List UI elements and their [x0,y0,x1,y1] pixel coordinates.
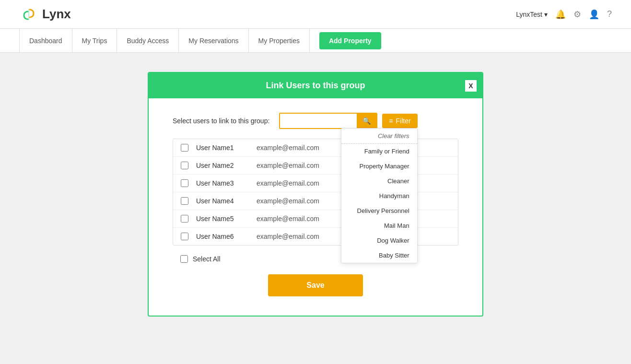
user-name-dropdown[interactable]: LynxTest ▾ [516,11,548,18]
add-property-button[interactable]: Add Property [319,32,381,49]
user-name-cell-5: User Name5 [196,215,249,223]
filter-item-mail-man[interactable]: Mail Man [341,218,417,233]
user-name-cell-3: User Name3 [196,179,249,187]
filter-clear-item[interactable]: Clear filters [341,129,417,144]
filter-button[interactable]: ≡ Filter [382,114,417,128]
user-name-cell-2: User Name2 [196,162,249,169]
user-name-cell-1: User Name1 [196,144,249,152]
user-name-cell-4: User Name4 [196,197,249,205]
nav-item-my-properties[interactable]: My Properties [249,29,310,53]
header: Lynx LynxTest ▾ 🔔 ⚙ 👤 ? [0,0,631,29]
nav-item-my-reservations[interactable]: My Reservations [179,29,248,53]
filter-icon: ≡ [389,117,393,125]
filter-dropdown: Clear filters Family or Friend Property … [341,128,418,263]
filter-label: Filter [396,117,411,125]
user-email-4: example@email.com [257,197,333,205]
modal-close-button[interactable]: X [465,80,477,92]
nav-item-buddy-access[interactable]: Buddy Access [117,29,179,53]
search-label: Select users to link to this group: [173,117,269,125]
filter-dropdown-wrap: ≡ Filter Clear filters Family or Friend … [382,114,417,128]
user-email-3: example@email.com [257,179,333,187]
select-all-checkbox[interactable] [180,255,188,263]
help-icon[interactable]: ? [607,9,612,19]
profile-icon[interactable]: 👤 [589,9,599,20]
nav-item-dashboard[interactable]: Dashboard [19,29,72,53]
filter-item-family-friend[interactable]: Family or Friend [341,144,417,159]
user-checkbox-5[interactable] [181,215,188,223]
select-all-label: Select All [193,255,221,263]
settings-icon[interactable]: ⚙ [573,9,581,20]
user-name-cell-6: User Name6 [196,233,249,240]
search-input-wrap: 🔍 [279,113,377,129]
header-right: LynxTest ▾ 🔔 ⚙ 👤 ? [516,9,612,20]
user-email-2: example@email.com [257,162,333,169]
save-button[interactable]: Save [268,274,362,296]
filter-item-cleaner[interactable]: Cleaner [341,174,417,188]
link-users-modal: Link Users to this group X Select users … [148,72,483,317]
filter-item-property-manager[interactable]: Property Manager [341,159,417,174]
user-checkbox-6[interactable] [181,233,188,240]
app-logo-text: Lynx [42,7,71,22]
user-checkbox-4[interactable] [181,197,188,205]
user-email-6: example@email.com [257,233,333,240]
user-email-1: example@email.com [257,144,333,152]
modal-title: Link Users to this group [266,81,365,91]
notification-icon[interactable]: 🔔 [555,9,566,20]
user-email-5: example@email.com [257,215,333,223]
page-content: Link Users to this group X Select users … [0,53,631,336]
nav-item-my-trips[interactable]: My Trips [72,29,117,53]
user-checkbox-2[interactable] [181,162,188,169]
filter-item-delivery-personnel[interactable]: Delivery Personnel [341,203,417,218]
filter-item-dog-walker[interactable]: Dog Walker [341,233,417,248]
save-wrap: Save [173,274,458,296]
modal-header: Link Users to this group X [149,73,482,98]
search-button[interactable]: 🔍 [357,114,376,128]
logo-area: Lynx [19,5,71,24]
search-area: Select users to link to this group: 🔍 ≡ … [173,113,458,129]
user-checkbox-1[interactable] [181,144,188,152]
logo-icon [19,5,38,24]
nav-bar: Dashboard My Trips Buddy Access My Reser… [0,29,631,53]
user-checkbox-3[interactable] [181,179,188,187]
modal-body: Select users to link to this group: 🔍 ≡ … [149,98,482,316]
search-input[interactable] [280,114,357,128]
filter-item-handyman[interactable]: Handyman [341,188,417,203]
filter-item-baby-sitter[interactable]: Baby Sitter [341,248,417,263]
